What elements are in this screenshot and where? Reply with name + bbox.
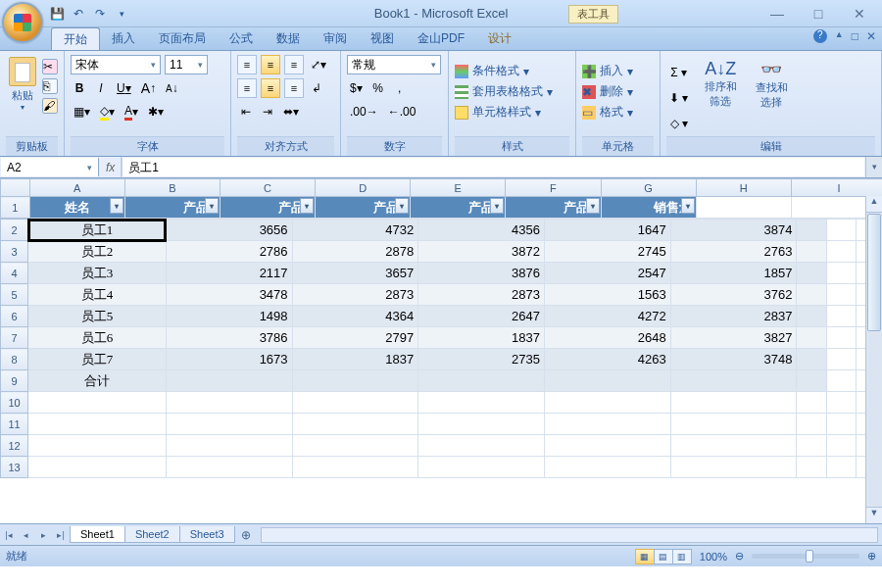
cut-icon[interactable]: ✂ [42, 59, 58, 74]
cell[interactable] [826, 349, 857, 370]
row-header[interactable]: 6 [1, 306, 28, 327]
tab-home[interactable]: 开始 [51, 27, 100, 50]
vertical-scrollbar[interactable]: ▲ ▼ [865, 196, 882, 523]
cell[interactable]: 1498 [166, 306, 292, 327]
col-header[interactable]: F [506, 179, 601, 197]
cell[interactable] [826, 392, 857, 414]
cell[interactable] [797, 370, 827, 392]
col-header[interactable]: A [29, 179, 124, 197]
cell[interactable] [826, 263, 857, 284]
cell[interactable] [292, 435, 418, 457]
number-format-combo[interactable]: 常规▾ [347, 55, 441, 74]
font-family-combo[interactable]: 宋体▾ [71, 55, 161, 74]
row-header[interactable]: 5 [1, 284, 28, 306]
col-header[interactable]: B [124, 179, 220, 197]
cell[interactable] [797, 263, 827, 284]
conditional-format-button[interactable]: 条件格式 ▾ [455, 61, 569, 81]
align-center-button[interactable]: ≡ [261, 78, 280, 98]
cell[interactable] [292, 457, 418, 478]
cell[interactable] [544, 370, 670, 392]
cell[interactable] [826, 284, 857, 306]
save-icon[interactable]: 💾 [49, 6, 65, 22]
filter-button[interactable]: ▾ [300, 198, 314, 214]
table-header-cell[interactable]: 产品3▾ [316, 197, 411, 219]
formula-input[interactable]: 员工1 [122, 158, 864, 176]
clear-button[interactable]: ◇ ▾ [666, 114, 691, 133]
cell[interactable]: 2873 [418, 284, 545, 306]
find-select-button[interactable]: 👓 查找和 选择 [750, 59, 793, 136]
col-header[interactable]: I [791, 179, 882, 197]
ribbon-minimize-button[interactable]: ▲ [835, 29, 844, 43]
cell[interactable] [292, 414, 418, 435]
cell[interactable] [418, 457, 545, 478]
table-header-cell[interactable]: 产品5▾ [506, 197, 601, 219]
accounting-format-button[interactable]: $▾ [347, 78, 366, 98]
cell[interactable]: 员工4 [28, 284, 167, 306]
col-header[interactable]: E [411, 179, 506, 197]
last-sheet-button[interactable]: ▸| [52, 530, 70, 540]
cell[interactable]: 2837 [670, 306, 797, 327]
align-middle-button[interactable]: ≡ [261, 55, 280, 74]
decrease-indent-button[interactable]: ⇤ [237, 102, 255, 122]
cell[interactable] [797, 327, 827, 349]
cell[interactable]: 2797 [292, 327, 418, 349]
sheet-tab[interactable]: Sheet2 [124, 526, 180, 543]
row-header[interactable]: 12 [1, 435, 28, 457]
cell[interactable]: 员工2 [28, 241, 167, 263]
zoom-level[interactable]: 100% [700, 551, 727, 563]
cell-styles-button[interactable]: 单元格样式 ▾ [455, 102, 569, 122]
formula-expand-button[interactable]: ▾ [865, 157, 882, 177]
tab-view[interactable]: 视图 [359, 27, 406, 50]
bold-button[interactable]: B [71, 78, 88, 98]
horizontal-scrollbar[interactable] [261, 527, 878, 543]
cell[interactable]: 2873 [292, 284, 418, 306]
col-header[interactable]: D [316, 179, 411, 197]
table-header-cell[interactable]: 产品2▾ [220, 197, 315, 219]
cell[interactable]: 员工5 [28, 306, 167, 327]
table-header-cell[interactable]: 姓名▾ [29, 197, 124, 219]
table-header-cell[interactable]: 产品4▾ [411, 197, 506, 219]
cell[interactable]: 4263 [544, 349, 670, 370]
window-maximize-button[interactable]: □ [804, 6, 833, 22]
wrap-text-button[interactable]: ↲ [308, 78, 325, 98]
shrink-font-button[interactable]: A↓ [163, 78, 181, 98]
first-sheet-button[interactable]: |◂ [0, 530, 18, 540]
cell[interactable] [544, 392, 670, 414]
cell[interactable]: 3874 [670, 220, 797, 241]
insert-cells-button[interactable]: ➕插入 ▾ [582, 61, 654, 81]
filter-button[interactable]: ▾ [586, 198, 600, 214]
undo-icon[interactable]: ↶ [71, 6, 86, 22]
cell[interactable]: 3827 [670, 327, 797, 349]
cell[interactable]: 3786 [166, 327, 292, 349]
fill-color-button[interactable]: ◇▾ [97, 102, 118, 122]
zoom-in-button[interactable]: ⊕ [867, 550, 876, 563]
filter-button[interactable]: ▾ [205, 198, 219, 214]
cell[interactable] [797, 457, 827, 478]
format-as-table-button[interactable]: 套用表格格式 ▾ [455, 81, 569, 102]
cell[interactable] [670, 457, 797, 478]
table-header-cell[interactable]: 产品1▾ [124, 197, 220, 219]
filter-button[interactable]: ▾ [395, 198, 409, 214]
window-minimize-button[interactable]: — [762, 6, 792, 22]
cell[interactable] [418, 392, 545, 414]
row-header[interactable]: 1 [1, 197, 30, 219]
cell[interactable]: 4364 [292, 306, 418, 327]
cell[interactable] [28, 414, 167, 435]
row-header[interactable]: 4 [1, 263, 28, 284]
cell[interactable] [292, 392, 418, 414]
orientation-button[interactable]: ⤢▾ [308, 55, 329, 74]
row-header[interactable]: 8 [1, 349, 28, 370]
align-right-button[interactable]: ≡ [284, 78, 304, 98]
cell[interactable]: 2763 [670, 241, 797, 263]
zoom-slider[interactable] [752, 554, 859, 559]
scroll-up-icon[interactable]: ▲ [866, 196, 882, 213]
cell[interactable]: 3478 [166, 284, 292, 306]
align-top-button[interactable]: ≡ [237, 55, 257, 74]
table-header-cell[interactable]: 销售量▾ [601, 197, 696, 219]
filter-button[interactable]: ▾ [681, 198, 695, 214]
align-bottom-button[interactable]: ≡ [284, 55, 304, 74]
cell[interactable] [797, 414, 827, 435]
cell[interactable] [797, 349, 827, 370]
row-header[interactable]: 7 [1, 327, 28, 349]
cell[interactable] [418, 435, 545, 457]
